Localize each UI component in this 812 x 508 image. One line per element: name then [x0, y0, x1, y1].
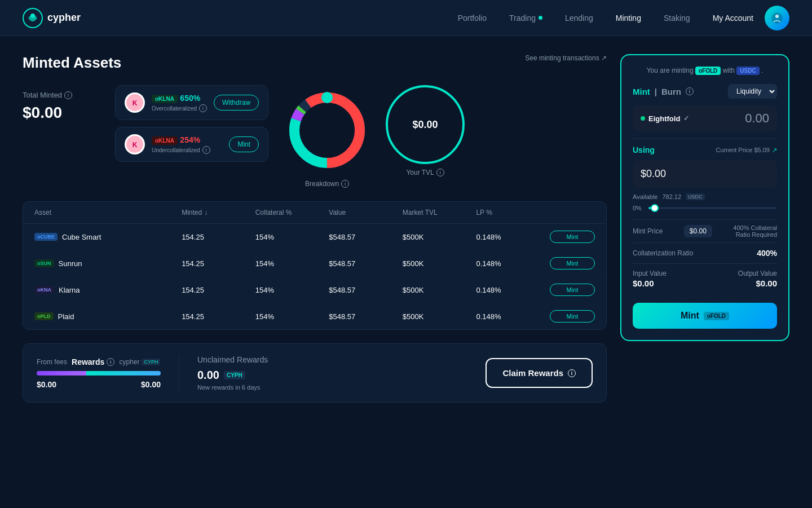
asset-name-3: oPLD Plaid [34, 312, 182, 321]
see-minting-link[interactable]: See minting transactions ↗ [525, 54, 607, 62]
svg-text:K: K [133, 141, 138, 149]
overcoll-info[interactable]: i [199, 104, 207, 112]
ratio-row: Collaterization Ratio 400% [633, 242, 777, 263]
logo[interactable]: cypher [23, 8, 81, 28]
nav-staking[interactable]: Staking [664, 14, 690, 23]
output-label: Output [738, 270, 758, 277]
bar-purple [37, 371, 86, 376]
asset-label-3: Plaid [58, 312, 74, 321]
tab-burn[interactable]: Burn [661, 87, 681, 96]
coll-status-0: Overcollateralized [152, 105, 197, 112]
mint-row-button-0[interactable]: Mint [550, 231, 595, 243]
mint-burn-tabs: Mint | Burn i [633, 87, 694, 96]
market-tvl-3: $500K [403, 312, 476, 321]
main-content: Minted Assets See minting transactions ↗… [0, 36, 812, 421]
asset-check-icon: ✓ [683, 114, 689, 122]
tab-sep: | [655, 87, 657, 96]
input-value: $0.00 [633, 279, 667, 288]
asset-green-dot [641, 116, 645, 121]
nav-minting[interactable]: Minting [616, 14, 641, 23]
minted-2: 154.25 [182, 286, 255, 294]
table-header: Asset Minted ↓ Collateral % Value Market… [23, 202, 606, 224]
asset-selector[interactable]: Eightfold ✓ [641, 114, 689, 123]
claim-info-icon[interactable]: i [568, 369, 576, 377]
asset-badge-2: oKNA [34, 286, 54, 294]
undercoll-info[interactable]: i [202, 146, 210, 154]
chart-container: Breakdown i [282, 85, 372, 188]
asset-label-1: Sunrun [59, 259, 82, 268]
col-lp: LP % [476, 209, 550, 217]
breakdown-label: Breakdown [305, 180, 339, 188]
value-0: $548.57 [329, 233, 403, 241]
total-minted-info[interactable]: i [64, 91, 72, 99]
total-minted-card: Total Minted i $0.00 [23, 85, 102, 122]
current-price-label: Current Price $5.09 [716, 147, 770, 153]
nav-portfolio[interactable]: Portfolio [458, 14, 487, 23]
available-badge: USDC [686, 193, 705, 200]
nav-lending[interactable]: Lending [565, 14, 593, 23]
usdc-amount-input[interactable] [633, 160, 777, 188]
output-value-item: Output Value $0.00 [738, 270, 777, 288]
unclaimed-title: Unclaimed Rewards [197, 355, 467, 364]
breakdown-info[interactable]: i [341, 180, 349, 188]
cypher-rewards-label: cypher [119, 358, 139, 366]
mint-row-button-3[interactable]: Mint [550, 310, 595, 323]
asset-name-label: Eightfold [648, 114, 680, 123]
rewards-bar-track [37, 371, 161, 376]
rewards-info[interactable]: i [107, 358, 114, 366]
rewards-label: Rewards [72, 357, 104, 366]
asset-label-2: Klarna [59, 286, 80, 294]
asset-badge-0: oCUBE [34, 233, 58, 241]
asset-amount: 0.00 [745, 111, 769, 126]
market-tvl-0: $500K [403, 233, 476, 241]
mint-btn-badge: oFOLD [704, 312, 729, 320]
coll-info-0: oKLNA 650% Overcollateralized i [152, 93, 207, 112]
lp-1: 0.148% [476, 259, 550, 268]
tab-mint[interactable]: Mint [633, 87, 650, 96]
usdc-input-row: USDC ✓ [633, 160, 777, 188]
nav-trading[interactable]: Trading [509, 14, 542, 23]
collateral-card-0: K oKLNA 650% Overcollateralized i W [115, 85, 268, 120]
claim-rewards-button[interactable]: Claim Rewards i [486, 358, 593, 388]
mint-row-button-1[interactable]: Mint [550, 257, 595, 270]
asset-badge-3: oPLD [34, 312, 54, 320]
input-sub: Value [650, 270, 667, 277]
minted-1: 154.25 [182, 259, 255, 268]
collateral-0: 154% [255, 233, 329, 241]
tvl-container: $0.00 Your TVL i [386, 85, 465, 176]
coll-badge-0: oKLNA [152, 95, 178, 103]
slider-thumb[interactable] [651, 204, 659, 212]
rewards-section: From fees Rewards i cypher CYPH $0.00 [23, 343, 607, 403]
mint-row-button-2[interactable]: Mint [550, 284, 595, 296]
col-collateral: Collateral % [255, 209, 329, 217]
minted-0: 154.25 [182, 233, 255, 241]
rewards-bars: From fees Rewards i cypher CYPH $0.00 [37, 357, 161, 389]
collateral-1: 154% [255, 259, 329, 268]
mint-card: You are minting oFOLD with USDC . Mint | [620, 54, 789, 341]
assets-table: Asset Minted ↓ Collateral % Value Market… [23, 201, 607, 330]
liquidity-select[interactable]: Liquidity [728, 84, 777, 99]
svg-point-14 [321, 92, 333, 103]
svg-point-1 [30, 14, 35, 18]
mint-burn-info[interactable]: i [686, 87, 694, 95]
avatar[interactable] [765, 6, 789, 30]
mint-burn-header: Mint | Burn i Liquidity [633, 84, 777, 99]
from-fees-label: From fees [37, 358, 67, 366]
klarna-avatar-0: K [125, 92, 145, 113]
slider-row: 0% [633, 205, 777, 211]
mint-action-button[interactable]: Mint oFOLD [633, 303, 777, 329]
col-asset: Asset [34, 209, 182, 217]
coll-status-1: Undercollateralized [152, 147, 200, 153]
asset-input-row: Eightfold ✓ 0.00 [633, 105, 777, 131]
tvl-info[interactable]: i [436, 169, 444, 176]
svg-text:K: K [133, 99, 138, 107]
output-value: $0.00 [738, 279, 777, 288]
col-market-tvl: Market TVL [403, 209, 476, 217]
col-minted[interactable]: Minted ↓ [182, 209, 255, 217]
rewards-value-right: $0.00 [141, 380, 161, 389]
minting-info: You are minting oFOLD with USDC . [633, 67, 777, 75]
my-account-link[interactable]: My Account [713, 14, 753, 23]
withdraw-button[interactable]: Withdraw [214, 95, 259, 111]
coll-badge-1: oKLNA [152, 136, 178, 145]
mint-collateral-button[interactable]: Mint [229, 136, 259, 152]
